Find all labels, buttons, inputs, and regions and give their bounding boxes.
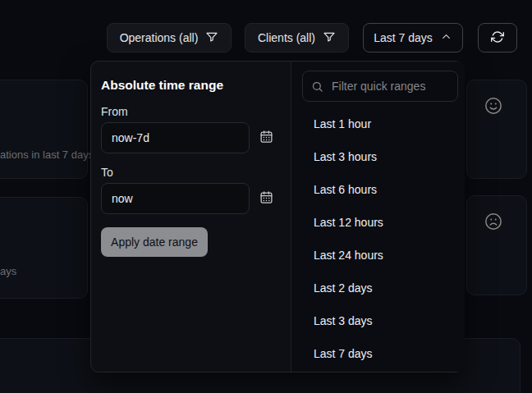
time-range-button[interactable]: Last 7 days bbox=[363, 23, 463, 53]
clients-filter-label: Clients (all) bbox=[258, 31, 315, 44]
filter-icon bbox=[323, 30, 336, 46]
stat-card-mid-left bbox=[0, 197, 88, 299]
quick-range-item[interactable]: Last 24 hours bbox=[291, 239, 465, 272]
calendar-icon bbox=[259, 130, 273, 146]
app-screen: ations in last 7 days ays Operations (al… bbox=[0, 0, 532, 393]
quick-range-list: Last 1 hourLast 3 hoursLast 6 hoursLast … bbox=[291, 107, 465, 370]
quick-range-item[interactable]: Last 2 days bbox=[291, 272, 465, 304]
quick-range-item[interactable]: Last 7 days bbox=[291, 337, 465, 370]
to-calendar-button[interactable] bbox=[254, 183, 278, 214]
to-label: To bbox=[101, 166, 113, 179]
stat-card-top-right bbox=[466, 80, 527, 179]
clients-filter-button[interactable]: Clients (all) bbox=[245, 23, 349, 53]
operations-filter-button[interactable]: Operations (all) bbox=[107, 23, 232, 53]
operations-filter-label: Operations (all) bbox=[120, 31, 199, 44]
from-calendar-button[interactable] bbox=[254, 122, 278, 153]
stat-card-caption: ays bbox=[0, 265, 16, 277]
from-input[interactable] bbox=[101, 122, 250, 153]
refresh-icon bbox=[491, 30, 504, 46]
quick-range-item[interactable]: Last 3 hours bbox=[291, 140, 465, 173]
absolute-time-range-section: Absolute time range From To bbox=[91, 62, 291, 372]
apply-date-range-button[interactable]: Apply date range bbox=[101, 227, 208, 257]
panel-title: Absolute time range bbox=[101, 78, 223, 93]
stat-card-top-left bbox=[0, 80, 88, 179]
time-range-label: Last 7 days bbox=[374, 31, 433, 44]
quick-ranges-section: Last 1 hourLast 3 hoursLast 6 hoursLast … bbox=[291, 62, 465, 372]
quick-range-item[interactable]: Last 3 days bbox=[291, 304, 465, 337]
to-input[interactable] bbox=[101, 183, 250, 214]
stat-card-mid-right bbox=[466, 195, 527, 295]
search-icon bbox=[311, 80, 323, 93]
frown-icon bbox=[484, 212, 502, 231]
time-picker-panel: Absolute time range From To bbox=[90, 61, 464, 372]
refresh-button[interactable] bbox=[478, 23, 517, 53]
quick-range-item[interactable]: Last 1 hour bbox=[291, 107, 465, 140]
quick-range-search[interactable] bbox=[302, 71, 458, 102]
calendar-icon bbox=[259, 190, 273, 207]
smile-icon bbox=[484, 97, 502, 115]
quick-range-filter-input[interactable] bbox=[330, 79, 449, 94]
filter-icon bbox=[205, 30, 218, 46]
from-label: From bbox=[101, 105, 128, 118]
quick-range-item[interactable]: Last 12 hours bbox=[291, 206, 465, 239]
chevron-up-icon bbox=[440, 30, 452, 45]
stat-card-caption: ations in last 7 days bbox=[0, 149, 94, 161]
quick-range-item[interactable]: Last 6 hours bbox=[291, 173, 465, 206]
